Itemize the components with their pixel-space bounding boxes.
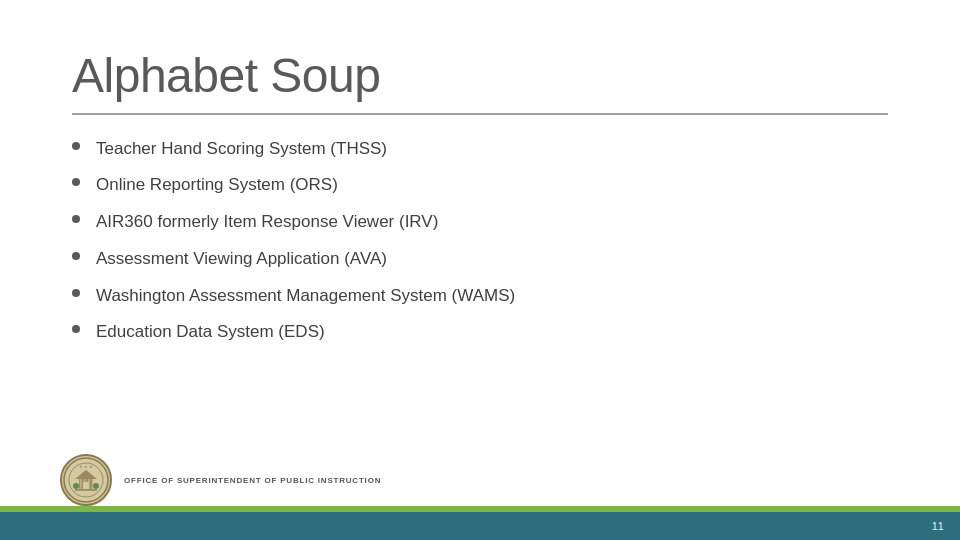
bullet-dot bbox=[72, 289, 80, 297]
svg-point-9 bbox=[73, 483, 79, 489]
slide-title: Alphabet Soup bbox=[72, 48, 888, 103]
bullet-dot bbox=[72, 252, 80, 260]
bullet-text: Assessment Viewing Application (AVA) bbox=[96, 247, 387, 271]
slide-container: Alphabet Soup Teacher Hand Scoring Syste… bbox=[0, 0, 960, 540]
svg-rect-6 bbox=[84, 479, 86, 489]
teal-bar: 11 bbox=[0, 512, 960, 540]
svg-rect-7 bbox=[88, 479, 90, 489]
bullet-text: Education Data System (EDS) bbox=[96, 320, 325, 344]
list-item: Teacher Hand Scoring System (THSS) bbox=[72, 137, 888, 161]
bullet-text: Washington Assessment Management System … bbox=[96, 284, 515, 308]
svg-text:★ ★ ★: ★ ★ ★ bbox=[79, 464, 93, 469]
bullet-text: Teacher Hand Scoring System (THSS) bbox=[96, 137, 387, 161]
svg-point-10 bbox=[93, 483, 99, 489]
list-item: Education Data System (EDS) bbox=[72, 320, 888, 344]
svg-rect-8 bbox=[92, 479, 94, 489]
ospi-seal: ★ ★ ★ bbox=[60, 454, 112, 506]
list-item: AIR360 formerly Item Response Viewer (IR… bbox=[72, 210, 888, 234]
bullet-dot bbox=[72, 178, 80, 186]
list-item: Washington Assessment Management System … bbox=[72, 284, 888, 308]
footer-content: ★ ★ ★ OFFICE OF SUPERINTENDENT OF PUBLIC… bbox=[60, 454, 381, 506]
bullet-dot bbox=[72, 142, 80, 150]
bullet-text: AIR360 formerly Item Response Viewer (IR… bbox=[96, 210, 438, 234]
title-divider bbox=[72, 113, 888, 115]
list-item: Assessment Viewing Application (AVA) bbox=[72, 247, 888, 271]
footer: ★ ★ ★ OFFICE OF SUPERINTENDENT OF PUBLIC… bbox=[0, 506, 960, 540]
footer-org-text: OFFICE OF SUPERINTENDENT OF PUBLIC INSTR… bbox=[124, 476, 381, 485]
list-item: Online Reporting System (ORS) bbox=[72, 173, 888, 197]
bullet-text: Online Reporting System (ORS) bbox=[96, 173, 338, 197]
page-number: 11 bbox=[932, 520, 944, 532]
svg-rect-5 bbox=[80, 479, 82, 489]
svg-rect-11 bbox=[75, 489, 97, 491]
bullet-dot bbox=[72, 325, 80, 333]
bullet-dot bbox=[72, 215, 80, 223]
bullet-list: Teacher Hand Scoring System (THSS)Online… bbox=[72, 137, 888, 345]
